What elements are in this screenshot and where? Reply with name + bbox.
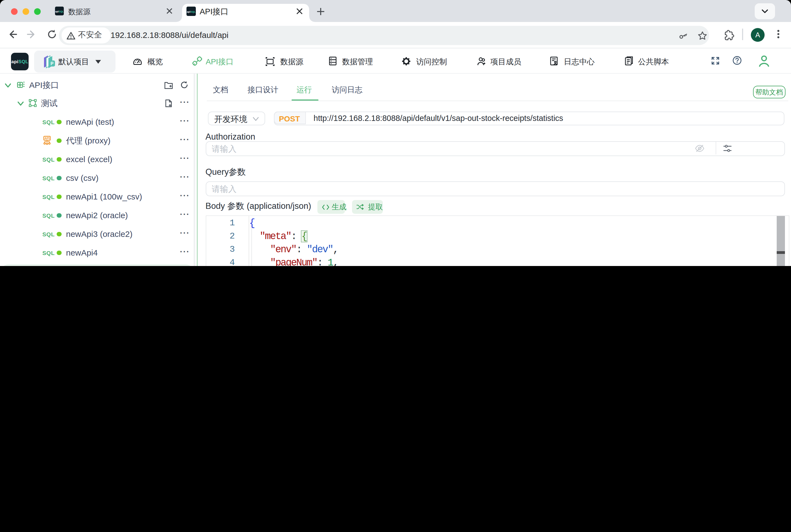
svg-text:API: API: [44, 137, 50, 140]
svg-text:apiSQL: apiSQL: [55, 10, 64, 13]
svg-text:apiSQL: apiSQL: [187, 11, 196, 13]
svg-text:P: P: [51, 61, 54, 66]
